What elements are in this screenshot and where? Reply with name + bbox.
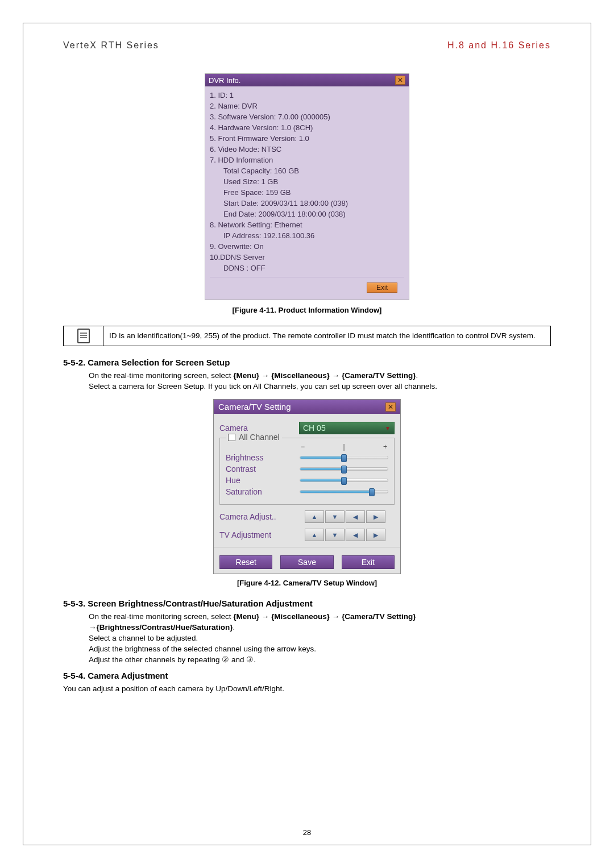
saturation-label: Saturation xyxy=(226,487,300,496)
figure-4-12-caption: [Figure 4-12. Camera/TV Setup Window] xyxy=(63,579,551,587)
brightness-slider[interactable] xyxy=(300,456,388,459)
camera-tv-window: Camera/TV Setting ✕ Camera CH 05 ▼ All C… xyxy=(213,399,401,574)
dvr-ddns-state: DDNS : OFF xyxy=(210,263,404,273)
dvr-info-title: DVR Info. xyxy=(209,76,240,85)
camera-select[interactable]: CH 05 ▼ xyxy=(299,422,395,434)
dvr-row-fw: 5. Front Firmware Version: 1.0 xyxy=(210,133,404,144)
camera-select-value: CH 05 xyxy=(303,423,326,433)
section-5-5-4-p: You can adjust a position of each camera… xyxy=(63,684,551,695)
all-channel-checkbox[interactable] xyxy=(228,434,235,441)
all-channel-label: All Channel xyxy=(239,433,280,442)
header-right: H.8 and H.16 Series xyxy=(447,40,551,51)
hue-label: Hue xyxy=(226,476,300,485)
brightness-label: Brightness xyxy=(226,453,300,462)
dvr-row-id: 1. ID: 1 xyxy=(210,90,404,101)
save-button[interactable]: Save xyxy=(280,555,333,569)
contrast-slider[interactable] xyxy=(300,467,388,471)
note-box: ID is an identification(1~99, 255) of th… xyxy=(63,326,551,346)
tv-adjust-up[interactable]: ▲ xyxy=(305,529,324,541)
section-5-5-3-l3: Select a channel to be adjusted. xyxy=(89,633,551,644)
tv-adjust-down[interactable]: ▼ xyxy=(325,529,345,541)
note-icon-cell xyxy=(64,326,103,346)
section-5-5-3-l1: On the real-time monitoring screen, sele… xyxy=(89,612,551,622)
dvr-hdd-total: Total Capacity: 160 GB xyxy=(210,165,404,176)
dvr-info-body: 1. ID: 1 2. Name: DVR 3. Software Versio… xyxy=(205,86,409,300)
section-5-5-4-heading: 5-5-4. Camera Adjustment xyxy=(63,671,551,680)
exit-button[interactable]: Exit xyxy=(367,283,397,293)
menu-path: {Menu} → {Miscellaneous} → {Camera/TV Se… xyxy=(233,371,416,380)
dvr-row-overwrite: 9. Overwrite: On xyxy=(210,241,404,252)
dvr-row-hdd: 7. HDD Information xyxy=(210,155,404,165)
section-5-5-2-p1: On the real-time monitoring screen, sele… xyxy=(89,371,551,381)
page-number: 28 xyxy=(23,828,591,837)
dvr-row-ddns: 10.DDNS Server xyxy=(210,252,404,263)
dvr-row-hw: 4. Hardware Version: 1.0 (8CH) xyxy=(210,122,404,133)
close-icon[interactable]: ✕ xyxy=(395,76,405,85)
note-text: ID is an identification(1~99, 255) of th… xyxy=(103,326,550,346)
hue-slider[interactable] xyxy=(300,479,388,482)
t: . xyxy=(233,623,235,632)
dvr-info-window: DVR Info. ✕ 1. ID: 1 2. Name: DVR 3. Sof… xyxy=(205,73,409,300)
camera-tv-titlebar: Camera/TV Setting ✕ xyxy=(214,400,400,414)
section-5-5-3-heading: 5-5-3. Screen Brightness/Contrast/Hue/Sa… xyxy=(63,599,551,608)
figure-4-11-caption: [Figure 4-11. Product Information Window… xyxy=(63,306,551,314)
section-5-5-2-p2: Select a camera for Screen Setup. If you… xyxy=(89,381,551,392)
t: On the real-time monitoring screen, sele… xyxy=(89,612,233,621)
page-frame: VerteX RTH Series H.8 and H.16 Series DV… xyxy=(23,23,591,845)
menu-path: →{Brightness/Contrast/Hue/Saturation} xyxy=(89,623,233,632)
section-5-5-3-l2: →{Brightness/Contrast/Hue/Saturation}. xyxy=(89,622,551,633)
dvr-hdd-free: Free Space: 159 GB xyxy=(210,187,404,198)
separator xyxy=(214,547,400,547)
dvr-row-video: 6. Video Mode: NTSC xyxy=(210,144,404,155)
separator xyxy=(210,277,404,283)
camera-tv-title: Camera/TV Setting xyxy=(218,402,291,412)
header-left: VerteX RTH Series xyxy=(63,40,159,51)
tv-adjust-left[interactable]: ◀ xyxy=(346,529,365,541)
t: On the real-time monitoring screen, sele… xyxy=(89,371,233,380)
dvr-hdd-start: Start Date: 2009/03/11 18:00:00 (038) xyxy=(210,198,404,209)
all-channel-group: All Channel − | + Brightness Contrast xyxy=(219,438,395,505)
contrast-label: Contrast xyxy=(226,464,300,474)
camera-adjust-right[interactable]: ▶ xyxy=(366,510,385,523)
close-icon[interactable]: ✕ xyxy=(385,402,396,412)
camera-adjust-left[interactable]: ◀ xyxy=(346,510,365,523)
section-5-5-3-l4: Adjust the brightness of the selected ch… xyxy=(89,644,551,655)
scale-plus: + xyxy=(383,443,387,451)
exit-button[interactable]: Exit xyxy=(342,555,395,569)
tv-adjust-label: TV Adjustment xyxy=(219,530,305,539)
dvr-row-net: 8. Network Setting: Ethernet xyxy=(210,219,404,230)
scale-minus: − xyxy=(301,443,305,451)
slider-scale: − | + xyxy=(300,443,388,451)
dvr-net-ip: IP Address: 192.168.100.36 xyxy=(210,230,404,241)
doc-header: VerteX RTH Series H.8 and H.16 Series xyxy=(63,40,551,51)
menu-path: {Menu} → {Miscellaneous} → {Camera/TV Se… xyxy=(233,612,416,621)
camera-adjust-label: Camera Adjust.. xyxy=(219,512,305,521)
tv-adjust-right[interactable]: ▶ xyxy=(366,529,385,541)
camera-adjust-down[interactable]: ▼ xyxy=(325,510,345,523)
camera-label: Camera xyxy=(219,423,299,433)
camera-adjust-up[interactable]: ▲ xyxy=(305,510,324,523)
chevron-down-icon: ▼ xyxy=(385,425,391,431)
section-5-5-2-heading: 5-5-2. Camera Selection for Screen Setup xyxy=(63,358,551,367)
saturation-slider[interactable] xyxy=(300,490,388,493)
dvr-hdd-used: Used Size: 1 GB xyxy=(210,176,404,187)
scale-mid: | xyxy=(343,443,345,451)
dvr-info-titlebar: DVR Info. ✕ xyxy=(205,74,409,86)
document-icon xyxy=(77,329,90,343)
dvr-hdd-end: End Date: 2009/03/11 18:00:00 (038) xyxy=(210,209,404,219)
reset-button[interactable]: Reset xyxy=(219,555,272,569)
section-5-5-3-l5: Adjust the other channels by repeating ②… xyxy=(89,655,551,666)
t: . xyxy=(416,371,418,380)
dvr-row-sw: 3. Software Version: 7.0.00 (000005) xyxy=(210,111,404,122)
dvr-row-name: 2. Name: DVR xyxy=(210,101,404,111)
